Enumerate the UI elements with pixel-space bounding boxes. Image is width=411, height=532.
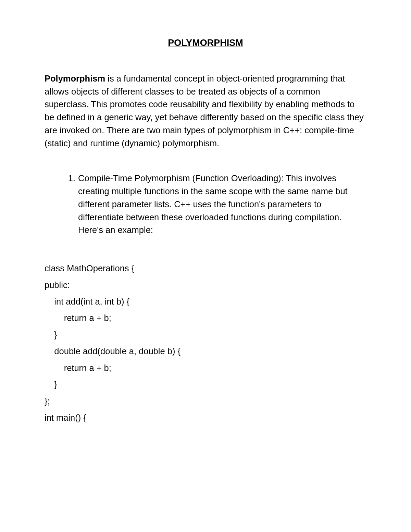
code-line: int main() { xyxy=(45,409,366,426)
document-page: POLYMORPHISM Polymorphism is a fundament… xyxy=(0,0,411,426)
code-line: double add(double a, double b) { xyxy=(45,343,366,359)
code-block: class MathOperations { public: int add(i… xyxy=(45,260,366,426)
list-body: Compile-Time Polymorphism (Function Over… xyxy=(78,172,366,237)
list-number: 1. xyxy=(61,172,78,237)
list-item-1: 1. Compile-Time Polymorphism (Function O… xyxy=(45,172,366,237)
code-line: return a + b; xyxy=(45,360,366,376)
code-line: int add(int a, int b) { xyxy=(45,293,366,310)
code-line: return a + b; xyxy=(45,310,366,326)
list-bold-heading: Compile-Time Polymorphism (Function Over… xyxy=(78,173,284,183)
code-line: }; xyxy=(45,393,366,409)
intro-paragraph: Polymorphism is a fundamental concept in… xyxy=(45,72,366,150)
code-line: } xyxy=(45,376,366,393)
intro-bold-term: Polymorphism xyxy=(45,74,105,83)
document-title: POLYMORPHISM xyxy=(45,38,366,48)
intro-text: is a fundamental concept in object-orien… xyxy=(45,74,364,148)
code-line: public: xyxy=(45,277,366,293)
code-line: class MathOperations { xyxy=(45,260,366,276)
code-line: } xyxy=(45,326,366,343)
